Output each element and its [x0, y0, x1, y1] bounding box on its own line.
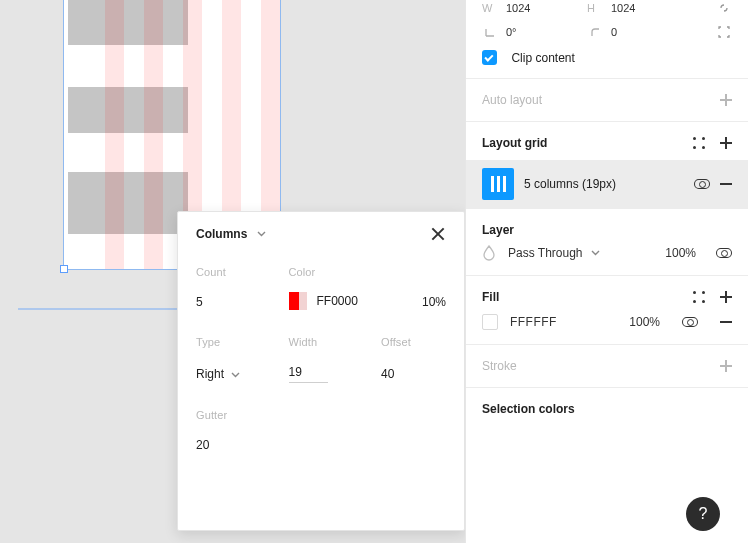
resize-handle[interactable] — [60, 265, 68, 273]
count-label: Count — [196, 266, 289, 278]
blend-mode-dropdown[interactable]: Pass Through — [508, 246, 655, 260]
help-button[interactable]: ? — [686, 497, 720, 531]
rotation-input[interactable]: 0° — [506, 26, 517, 38]
type-label: Type — [196, 336, 289, 348]
layout-grid-title: Layout grid — [482, 136, 547, 150]
height-label: H — [587, 2, 603, 14]
chevron-down-icon — [231, 372, 240, 378]
angle-icon — [482, 24, 498, 40]
auto-layout-section: Auto layout — [466, 79, 748, 122]
grid-type-dropdown[interactable]: Columns — [196, 227, 266, 241]
chevron-down-icon — [257, 231, 266, 237]
auto-layout-title: Auto layout — [482, 93, 542, 107]
add-layout-grid-button[interactable] — [720, 137, 732, 149]
selection-colors-title: Selection colors — [482, 402, 575, 416]
fill-hex-input[interactable]: FFFFFF — [510, 315, 617, 329]
placeholder-block — [68, 87, 188, 133]
corner-radius-input[interactable]: 0 — [611, 26, 617, 38]
layer-opacity-input[interactable]: 100% — [665, 246, 696, 260]
toggle-fill-visibility-icon[interactable] — [682, 317, 698, 327]
stroke-title: Stroke — [482, 359, 517, 373]
add-stroke-button[interactable] — [720, 360, 732, 372]
width-input[interactable]: 1024 — [506, 2, 530, 14]
clip-content-label: Clip content — [511, 51, 574, 65]
fill-section: Fill FFFFFF 100% — [466, 276, 748, 345]
grid-type-label: Columns — [196, 227, 247, 241]
color-opacity-input[interactable]: 10% — [422, 295, 446, 309]
gutter-label: Gutter — [196, 409, 446, 421]
grid-column — [144, 0, 163, 269]
width-label: W — [482, 2, 498, 14]
gutter-input[interactable]: 20 — [196, 438, 209, 452]
placeholder-block — [68, 0, 188, 45]
columns-icon[interactable] — [482, 168, 514, 200]
width-label: Width — [289, 336, 382, 348]
layout-grid-item[interactable]: 5 columns (19px) — [466, 160, 748, 208]
independent-corners-icon[interactable] — [716, 24, 732, 40]
placeholder-block — [68, 172, 188, 234]
link-aspect-icon[interactable] — [716, 0, 732, 16]
stroke-section: Stroke — [466, 345, 748, 388]
corner-radius-icon — [587, 24, 603, 40]
count-input[interactable]: 5 — [196, 295, 203, 309]
toggle-layer-visibility-icon[interactable] — [716, 248, 732, 258]
blend-mode-icon — [482, 245, 498, 261]
remove-grid-button[interactable] — [720, 183, 732, 185]
type-value: Right — [196, 367, 224, 381]
grid-styles-icon[interactable] — [692, 136, 706, 150]
offset-label: Offset — [381, 336, 446, 348]
layout-grid-settings-panel: Columns Count Color 5 FF0000 — [177, 211, 465, 531]
help-icon: ? — [699, 505, 708, 523]
add-fill-button[interactable] — [720, 291, 732, 303]
layer-title: Layer — [482, 223, 514, 237]
fill-title: Fill — [482, 290, 499, 304]
close-button[interactable] — [430, 226, 446, 242]
add-auto-layout-button[interactable] — [720, 94, 732, 106]
fill-opacity-input[interactable]: 100% — [629, 315, 660, 329]
dimensions-section: W 1024 H 1024 0° 0 — [466, 0, 748, 79]
layout-grid-item-label: 5 columns (19px) — [524, 177, 684, 191]
chevron-down-icon — [591, 250, 600, 256]
remove-fill-button[interactable] — [720, 321, 732, 323]
grid-column — [105, 0, 124, 269]
blend-mode-value: Pass Through — [508, 246, 583, 260]
fill-styles-icon[interactable] — [692, 290, 706, 304]
clip-content-checkbox[interactable] — [482, 50, 497, 65]
color-label: Color — [289, 266, 382, 278]
color-hex-input[interactable]: FF0000 — [317, 294, 358, 308]
layer-section: Layer Pass Through 100% — [466, 209, 748, 276]
layout-grid-section: Layout grid 5 columns (19px) — [466, 122, 748, 209]
inspector-panel: W 1024 H 1024 0° 0 — [465, 0, 748, 543]
height-input[interactable]: 1024 — [611, 2, 635, 14]
offset-input[interactable]: 40 — [381, 367, 394, 381]
fill-swatch[interactable] — [482, 314, 498, 330]
color-swatch[interactable] — [289, 292, 307, 310]
toggle-visibility-icon[interactable] — [694, 179, 710, 189]
selection-colors-section: Selection colors — [466, 388, 748, 430]
type-dropdown[interactable]: Right — [196, 367, 240, 381]
width-input[interactable]: 19 — [289, 365, 328, 383]
